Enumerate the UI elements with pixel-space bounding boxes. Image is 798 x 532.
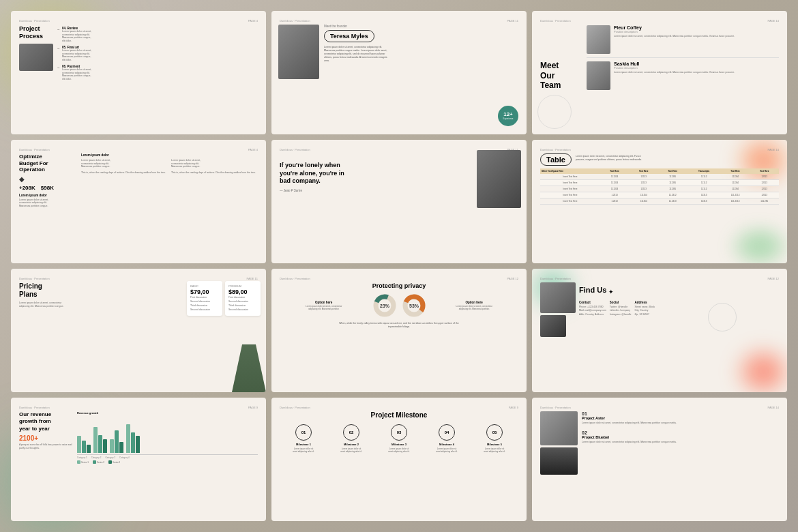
slide-1-brand: Dumblious · Presentation — [19, 19, 50, 23]
slide-2-meet-label: Meet the founder — [324, 25, 518, 28]
circle-decoration — [537, 95, 572, 129]
slide-11-title: Project Milestone — [280, 411, 518, 419]
milestone-2: 02 Milestone 2 Lorem ipsum dolor sit ame… — [340, 424, 364, 454]
milestone-5-name: Milestone 5 — [487, 443, 502, 446]
option-2: Option here Lorem ipsum dolor sit amet, … — [430, 301, 519, 311]
slide-1-image — [19, 44, 53, 71]
slide-4-note1: This is, when the reading days of action… — [81, 171, 168, 175]
slide-meet-team: Dumblious · Presentation PAGE 14 MeetOur… — [532, 11, 787, 134]
slide-8-bottom-note: When, while the lovely valley teems with… — [338, 322, 460, 328]
member-1-role: Position description — [614, 30, 735, 33]
member-2-name: Saskia Hull — [614, 61, 735, 66]
col-3-header: Text Here — [658, 168, 688, 174]
slide-5-brand: Dumblious · Presentation — [280, 148, 310, 151]
slide-project-milestone: Dumblious · Presentation PAGE 9 Project … — [271, 398, 527, 521]
table-row: Insert Text Here 111354 12313 111365 111… — [540, 174, 779, 180]
slide-4-brand: Dumblious · Presentation — [19, 148, 50, 151]
project-1: 01 Project Aster Lorem ipsum dolor sit a… — [582, 411, 779, 425]
plan-premium-price: $89,00 — [228, 289, 257, 295]
slide-4-right-title: Lorem ipsum dolor — [81, 153, 258, 157]
chart-area: Revenue growth — [77, 411, 258, 464]
slide-6-desc: Lorem ipsum dolor sit amet, consectetur … — [576, 153, 644, 161]
cat-2-label: Category 2 — [91, 456, 102, 459]
col-6-header: Text Here — [750, 168, 779, 174]
project-2-num: 02 — [582, 430, 779, 435]
slide-9-page: PAGE 12 — [768, 277, 779, 280]
team-member-1: Fleur Coffey Position description Lorem … — [587, 25, 779, 58]
legend-3: Series 3 — [108, 460, 120, 464]
slide-4-page: PAGE 4 — [248, 148, 258, 151]
slide-revenue-growth: Dumblious · Presentation PAGE 9 Our reve… — [11, 398, 266, 521]
bar-group-4 — [126, 424, 140, 453]
slide-9-img2 — [540, 315, 566, 337]
milestone-1-text: Lorem ipsum dolor sit amet adipiscing ar… — [292, 448, 316, 454]
member-2-role: Position description — [614, 66, 735, 70]
slide-2-name-box: Teresa Myles — [324, 30, 374, 42]
table-row: Insert Text Here 111354 12313 111365 111… — [540, 180, 779, 186]
option-1-text: Lorem ipsum dolor sit amet, consectetur … — [305, 306, 342, 311]
slide-2-badge-text: Experience — [503, 117, 513, 120]
col-0-header: Other Text Space Here — [540, 168, 600, 174]
milestone-2-text: Lorem ipsum dolor sit amet adipiscing ar… — [340, 448, 364, 454]
option-1: Option here Lorem ipsum dolor sit amet, … — [280, 301, 368, 311]
table-row: Insert Text Here 1.2313 111354 11.1310 1… — [540, 198, 779, 205]
plan-basic-items: First discussionSecond discussionThird d… — [190, 296, 219, 312]
project-1-text: Lorem ipsum dolor sit amet, consectetur … — [582, 422, 779, 425]
slide-3-brand: Dumblious · Presentation — [540, 19, 571, 23]
member-2-img — [587, 61, 610, 90]
bar-group-1 — [77, 436, 91, 453]
milestone-2-num: 02 — [343, 424, 359, 441]
donut-chart-1: 23% — [372, 293, 398, 319]
slide-projects: Dumblious · Presentation PAGE 14 01 Proj… — [532, 398, 787, 521]
col-2-header: Text Here — [629, 168, 658, 174]
plan-premium: PREMIUM $89,00 First discussionSecond di… — [225, 281, 261, 316]
slide-10-stat: 2100+ — [19, 434, 74, 442]
col-5-header: Text Here — [721, 168, 750, 174]
svg-text:53%: 53% — [409, 304, 419, 308]
project-2: 02 Project Bluebel Lorem ipsum dolor sit… — [582, 430, 779, 444]
table-row: Insert Text Here 1.2313 111354 11.2312 1… — [540, 192, 779, 198]
legend-2: Series 2 — [93, 460, 104, 464]
contact-title-1: Contact — [579, 301, 606, 304]
slide-4-stat2: $98K — [41, 185, 54, 191]
milestone-1-num: 01 — [295, 424, 312, 441]
slide-lonely-quote: Dumblious · Presentation PAGE 11 If you'… — [271, 140, 527, 263]
slide-8-brand: Dumblious · Presentation — [280, 277, 310, 280]
contact-col-2: Social Twitter: @handleLinkedin: /compan… — [610, 301, 632, 316]
slide-5-attribution: — Jean P Sartre — [280, 189, 348, 192]
diamond-icon: ◆ — [19, 175, 77, 183]
slide-project-process: Dumblious · Presentation PAGE 4 ProjectP… — [11, 11, 266, 134]
plan-premium-items: First discussionSecond discussionThird d… — [228, 296, 257, 312]
slide-10-brand: Dumblious · Presentation — [19, 406, 50, 409]
slide-11-brand: Dumblious · Presentation — [280, 406, 310, 409]
slide-10-title: Our revenuegrowth fromyear to year — [19, 411, 67, 432]
milestone-3-name: Milestone 3 — [391, 443, 407, 446]
slide-pricing-plans: Dumblious · Presentation PAGE 11 Pricing… — [11, 269, 266, 392]
slide-8-title: Protecting privacy — [280, 282, 518, 289]
col-1-header: Text Here — [600, 168, 630, 174]
slide-7-brand: Dumblious · Presentation — [19, 277, 50, 280]
plant-decoration — [225, 344, 266, 392]
slide-1-title: ProjectProcess — [19, 25, 53, 40]
slide-2-badge-num: 12+ — [503, 112, 513, 117]
slide-3-title: MeetOurTeam — [540, 61, 561, 90]
project-2-text: Lorem ipsum dolor sit amet, consectetur … — [582, 441, 779, 444]
contact-title-3: Address — [634, 301, 655, 304]
slide-table: Dumblious · Presentation PAGE 14 Table L… — [532, 140, 787, 263]
member-2-desc: Lorem ipsum dolor sit amet, consectetur … — [614, 71, 735, 74]
milestone-1-name: Milestone 1 — [296, 443, 311, 446]
milestone-4-num: 04 — [439, 424, 455, 441]
slide-6-brand: Dumblious · Presentation — [540, 148, 571, 151]
option-2-label: Option here — [466, 301, 483, 304]
slide-2-portrait — [278, 25, 319, 79]
slide-9-img1 — [540, 282, 576, 313]
circle-decoration-9 — [708, 303, 737, 331]
milestone-3-text: Lorem ipsum dolor sit amet adipiscing ar… — [387, 448, 411, 454]
plan-basic-tier: BASIC — [190, 284, 219, 288]
donut-chart-2: 53% — [401, 293, 427, 319]
slide-1-label: Dumblious · Presentation PAGE 4 — [19, 19, 258, 23]
contact-title-2: Social — [610, 301, 632, 304]
slide-4-stat1: +208K — [19, 185, 35, 191]
milestone-1: 01 Milestone 1 Lorem ipsum dolor sit ame… — [292, 424, 316, 454]
slide-12-brand: Dumblious · Presentation — [540, 406, 571, 409]
